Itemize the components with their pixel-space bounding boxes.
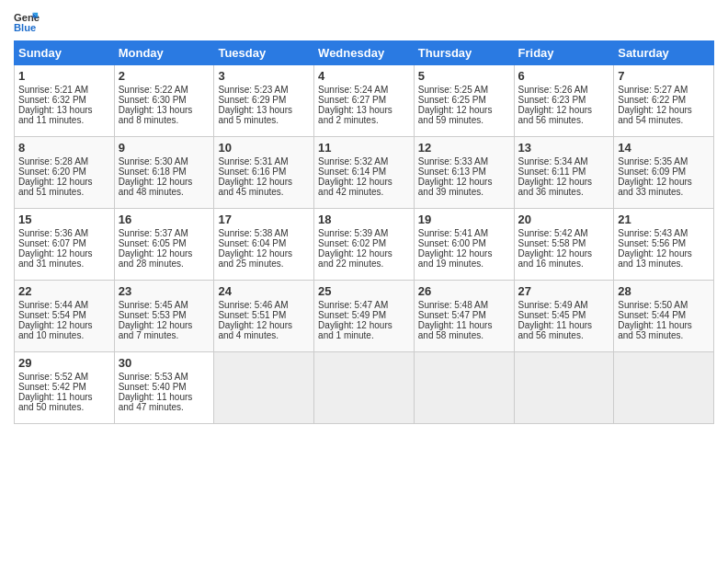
day-info: and 56 minutes. — [518, 115, 610, 125]
day-info: and 39 minutes. — [418, 187, 510, 197]
calendar-cell: 22Sunrise: 5:44 AMSunset: 5:54 PMDayligh… — [15, 281, 115, 352]
day-number: 2 — [119, 69, 210, 83]
day-info: and 50 minutes. — [18, 402, 110, 412]
day-info: Sunset: 6:02 PM — [318, 238, 410, 248]
calendar-cell: 1Sunrise: 5:21 AMSunset: 6:32 PMDaylight… — [15, 65, 115, 137]
day-info: Sunrise: 5:50 AM — [618, 300, 710, 310]
day-info: Daylight: 12 hours — [18, 248, 110, 259]
calendar-week-row: 1Sunrise: 5:21 AMSunset: 6:32 PMDaylight… — [15, 65, 714, 137]
day-info: Daylight: 12 hours — [418, 105, 510, 115]
day-info: and 36 minutes. — [518, 187, 610, 197]
day-info: Daylight: 12 hours — [218, 248, 310, 259]
day-number: 9 — [119, 141, 210, 155]
calendar-cell: 6Sunrise: 5:26 AMSunset: 6:23 PMDaylight… — [514, 65, 614, 137]
day-info: Sunset: 6:32 PM — [18, 95, 110, 105]
day-info: Sunset: 6:18 PM — [119, 167, 210, 177]
calendar-cell: 9Sunrise: 5:30 AMSunset: 6:18 PMDaylight… — [114, 137, 214, 209]
day-info: and 1 minute. — [318, 330, 410, 340]
day-info: Daylight: 12 hours — [418, 177, 510, 187]
calendar-cell: 3Sunrise: 5:23 AMSunset: 6:29 PMDaylight… — [214, 65, 314, 137]
day-info: Sunset: 6:22 PM — [618, 95, 710, 105]
day-info: Daylight: 12 hours — [218, 320, 310, 330]
calendar-cell: 23Sunrise: 5:45 AMSunset: 5:53 PMDayligh… — [114, 281, 214, 352]
day-info: Daylight: 12 hours — [119, 177, 210, 187]
calendar-week-row: 22Sunrise: 5:44 AMSunset: 5:54 PMDayligh… — [15, 281, 714, 352]
day-info: and 58 minutes. — [418, 330, 510, 340]
day-number: 21 — [618, 213, 710, 226]
day-number: 7 — [618, 69, 710, 83]
day-number: 28 — [618, 284, 710, 298]
day-info: Sunrise: 5:30 AM — [119, 156, 210, 167]
calendar-cell — [314, 352, 415, 424]
weekday-header: Monday — [114, 41, 214, 65]
day-info: Sunrise: 5:45 AM — [119, 300, 210, 310]
calendar-header-row: SundayMondayTuesdayWednesdayThursdayFrid… — [15, 41, 714, 65]
calendar-cell: 15Sunrise: 5:36 AMSunset: 6:07 PMDayligh… — [15, 209, 115, 281]
day-info: and 4 minutes. — [218, 330, 310, 340]
calendar-body: 1Sunrise: 5:21 AMSunset: 6:32 PMDaylight… — [15, 65, 714, 424]
day-info: Sunset: 6:25 PM — [418, 95, 510, 105]
calendar-cell: 20Sunrise: 5:42 AMSunset: 5:58 PMDayligh… — [514, 209, 614, 281]
day-info: and 19 minutes. — [418, 259, 510, 269]
header: General Blue — [14, 9, 714, 35]
day-info: Sunrise: 5:49 AM — [518, 300, 610, 310]
day-info: Sunset: 5:56 PM — [618, 238, 710, 248]
calendar-week-row: 8Sunrise: 5:28 AMSunset: 6:20 PMDaylight… — [15, 137, 714, 209]
day-info: Sunrise: 5:52 AM — [18, 372, 110, 382]
day-number: 15 — [18, 213, 110, 226]
day-info: Sunrise: 5:24 AM — [318, 85, 410, 95]
day-number: 12 — [418, 141, 510, 155]
weekday-header: Tuesday — [214, 41, 314, 65]
day-info: Daylight: 13 hours — [18, 105, 110, 115]
calendar-cell: 5Sunrise: 5:25 AMSunset: 6:25 PMDaylight… — [414, 65, 514, 137]
logo: General Blue — [14, 9, 43, 35]
day-info: and 13 minutes. — [618, 259, 710, 269]
day-info: Daylight: 11 hours — [518, 320, 610, 330]
day-info: Sunset: 6:05 PM — [119, 238, 210, 248]
day-number: 8 — [18, 141, 110, 155]
day-info: Sunset: 6:23 PM — [518, 95, 610, 105]
calendar-cell: 21Sunrise: 5:43 AMSunset: 5:56 PMDayligh… — [614, 209, 714, 281]
day-info: Daylight: 12 hours — [518, 105, 610, 115]
day-info: Daylight: 13 hours — [119, 105, 210, 115]
day-info: Sunset: 6:14 PM — [318, 167, 410, 177]
day-info: Daylight: 12 hours — [618, 105, 710, 115]
day-info: Sunrise: 5:26 AM — [518, 85, 610, 95]
calendar-cell: 11Sunrise: 5:32 AMSunset: 6:14 PMDayligh… — [314, 137, 415, 209]
day-number: 25 — [318, 284, 410, 298]
calendar-table: SundayMondayTuesdayWednesdayThursdayFrid… — [14, 40, 714, 424]
weekday-header: Wednesday — [314, 41, 415, 65]
day-number: 3 — [218, 69, 310, 83]
day-info: Sunset: 5:44 PM — [618, 310, 710, 320]
day-info: and 22 minutes. — [318, 259, 410, 269]
day-info: Sunrise: 5:34 AM — [518, 156, 610, 167]
day-info: and 28 minutes. — [119, 259, 210, 269]
day-info: Daylight: 13 hours — [218, 105, 310, 115]
day-info: and 54 minutes. — [618, 115, 710, 125]
day-number: 19 — [418, 213, 510, 226]
day-number: 10 — [218, 141, 310, 155]
day-info: and 42 minutes. — [318, 187, 410, 197]
day-info: Sunset: 5:42 PM — [18, 382, 110, 392]
day-info: Sunset: 6:29 PM — [218, 95, 310, 105]
weekday-header: Sunday — [15, 41, 115, 65]
calendar-cell — [214, 352, 314, 424]
weekday-header: Saturday — [614, 41, 714, 65]
day-number: 20 — [518, 213, 610, 226]
day-info: Sunset: 5:40 PM — [119, 382, 210, 392]
day-info: Sunset: 6:20 PM — [18, 167, 110, 177]
calendar-cell: 8Sunrise: 5:28 AMSunset: 6:20 PMDaylight… — [15, 137, 115, 209]
day-number: 26 — [418, 284, 510, 298]
day-number: 1 — [18, 69, 110, 83]
day-number: 23 — [119, 284, 210, 298]
day-info: Sunrise: 5:42 AM — [518, 228, 610, 238]
weekday-header: Friday — [514, 41, 614, 65]
day-number: 18 — [318, 213, 410, 226]
day-info: Sunrise: 5:36 AM — [18, 228, 110, 238]
day-info: Sunset: 6:11 PM — [518, 167, 610, 177]
day-info: Daylight: 12 hours — [218, 177, 310, 187]
day-info: Sunrise: 5:27 AM — [618, 85, 710, 95]
svg-text:Blue: Blue — [14, 22, 36, 33]
day-info: Daylight: 11 hours — [119, 392, 210, 402]
day-info: Daylight: 12 hours — [18, 177, 110, 187]
